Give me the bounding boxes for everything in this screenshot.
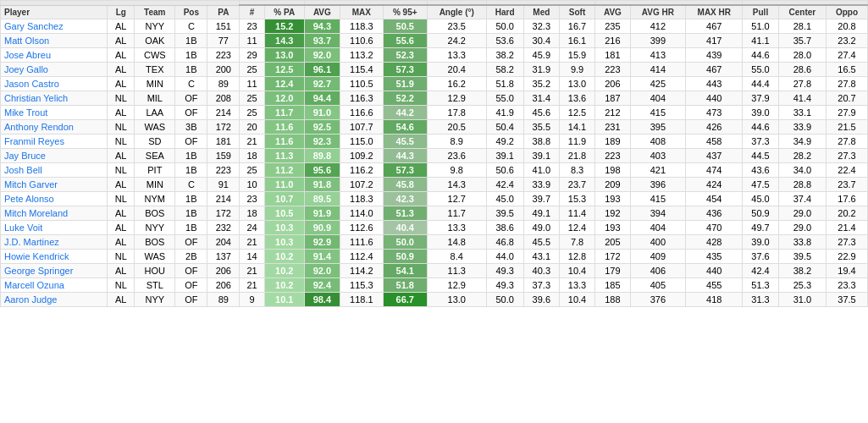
dist-avghr: 405 (630, 278, 685, 293)
oppo-pct: 27.4 (827, 48, 868, 63)
pull-pct: 44.5 (743, 149, 778, 163)
dist-maxhr: 439 (686, 48, 743, 63)
player-name[interactable]: Josh Bell (1, 163, 108, 178)
player-name[interactable]: J.D. Martinez (1, 235, 108, 250)
player-name[interactable]: Christian Yelich (1, 91, 108, 106)
player-team: WAS (135, 250, 175, 264)
player-team: NYM (135, 192, 175, 206)
barrels-pct: 10.7 (264, 192, 304, 206)
center-pct: 29.0 (778, 221, 826, 235)
med-pct: 37.3 (523, 278, 559, 293)
player-name[interactable]: Luke Voit (1, 221, 108, 235)
ev-pct95: 51.3 (383, 206, 427, 221)
pos-col-header: Pos (175, 5, 207, 19)
pull-pct: 44.6 (743, 48, 778, 63)
oppo-pct: 22.9 (827, 250, 868, 264)
ev-max: 118.3 (340, 192, 383, 206)
table-row: Jason Castro AL MIN C 89 11 12.4 92.7 11… (1, 77, 868, 91)
dist-maxhr: 467 (686, 19, 743, 34)
dist-avghr: 396 (630, 178, 685, 192)
player-pos: C (175, 19, 207, 34)
dist-avghr: 413 (630, 48, 685, 63)
oppo-pct: 22.4 (827, 163, 868, 178)
table-row: Pete Alonso NL NYM 1B 214 23 10.7 89.5 1… (1, 192, 868, 206)
barrels-pct: 11.2 (264, 163, 304, 178)
barrels-pct: 12.5 (264, 63, 304, 77)
player-name[interactable]: Franmil Reyes (1, 135, 108, 149)
table-row: Luke Voit AL NYY 1B 232 24 10.3 90.9 112… (1, 221, 868, 235)
launch-angle: 13.3 (427, 48, 486, 63)
ev-pct95: 42.3 (383, 192, 427, 206)
player-name[interactable]: Matt Olson (1, 34, 108, 48)
player-lg: AL (108, 34, 135, 48)
soft-pct: 13.6 (559, 91, 594, 106)
player-name[interactable]: Anthony Rendon (1, 120, 108, 135)
pull-pct: 47.5 (743, 178, 778, 192)
player-team: BOS (135, 206, 175, 221)
player-team: MIN (135, 178, 175, 192)
ev-avg: 96.1 (304, 63, 340, 77)
player-name[interactable]: Jason Castro (1, 77, 108, 91)
hard-pct: 41.9 (486, 106, 523, 120)
oppo-pct: 23.7 (827, 178, 868, 192)
player-name[interactable]: Mike Trout (1, 106, 108, 120)
ev-avg: 94.3 (304, 19, 340, 34)
ev-max: 118.1 (340, 293, 383, 307)
player-name[interactable]: Howie Kendrick (1, 250, 108, 264)
barrels-pct: 11.0 (264, 178, 304, 192)
player-pa: 200 (207, 63, 240, 77)
hard-pct: 51.8 (486, 77, 523, 91)
oppo-pct: 21.4 (827, 221, 868, 235)
player-name[interactable]: Jose Abreu (1, 48, 108, 63)
barrels-pct: 10.2 (264, 264, 304, 278)
player-name[interactable]: Jay Bruce (1, 149, 108, 163)
dist-avghr: 403 (630, 149, 685, 163)
barrels-num: 25 (240, 63, 264, 77)
center-pct: 31.0 (778, 293, 826, 307)
ev-max-col-header: MAX (340, 5, 383, 19)
dist-avghr: 404 (630, 91, 685, 106)
soft-pct: 9.9 (559, 63, 594, 77)
ev-avg: 94.4 (304, 91, 340, 106)
center-pct: 33.1 (778, 106, 826, 120)
barrels-pct: 11.6 (264, 135, 304, 149)
player-name[interactable]: Marcell Ozuna (1, 278, 108, 293)
player-name[interactable]: Joey Gallo (1, 63, 108, 77)
ev-pct95: 52.3 (383, 48, 427, 63)
player-team: BOS (135, 235, 175, 250)
player-lg: AL (108, 264, 135, 278)
player-lg: NL (108, 192, 135, 206)
player-lg: AL (108, 206, 135, 221)
player-lg: AL (108, 19, 135, 34)
center-pct: 28.6 (778, 63, 826, 77)
hard-pct: 38.2 (486, 48, 523, 63)
player-name[interactable]: Pete Alonso (1, 192, 108, 206)
player-name[interactable]: Mitch Garver (1, 178, 108, 192)
ev-avg: 89.5 (304, 192, 340, 206)
barrels-pct: 10.3 (264, 235, 304, 250)
player-pa: 206 (207, 278, 240, 293)
ev-pct95: 50.0 (383, 235, 427, 250)
dist-avg: 181 (595, 48, 631, 63)
player-name[interactable]: George Springer (1, 264, 108, 278)
player-name[interactable]: Aaron Judge (1, 293, 108, 307)
oppo-pct: 27.8 (827, 77, 868, 91)
ev-avg: 89.8 (304, 149, 340, 163)
player-lg: AL (108, 48, 135, 63)
ev-max: 112.6 (340, 221, 383, 235)
dist-avghr: 400 (630, 235, 685, 250)
dist-avg-col-header: AVG (595, 5, 631, 19)
dist-avghr: 414 (630, 63, 685, 77)
ev-pct95: 54.6 (383, 120, 427, 135)
hard-pct: 49.3 (486, 278, 523, 293)
player-name[interactable]: Mitch Moreland (1, 206, 108, 221)
hard-pct: 58.2 (486, 63, 523, 77)
player-name[interactable]: Gary Sanchez (1, 19, 108, 34)
dist-avg: 209 (595, 178, 631, 192)
barrels-num: 29 (240, 48, 264, 63)
soft-pct: 15.3 (559, 192, 594, 206)
ev-pct95: 54.1 (383, 264, 427, 278)
barrels-pct: 10.3 (264, 221, 304, 235)
launch-angle: 12.9 (427, 91, 486, 106)
launch-angle: 20.4 (427, 63, 486, 77)
